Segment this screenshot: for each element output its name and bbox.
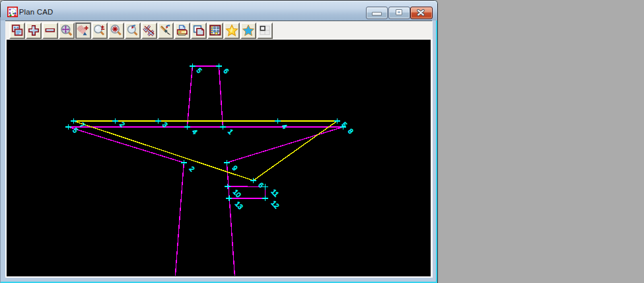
svg-text:13: 13 xyxy=(233,200,244,211)
svg-text:8: 8 xyxy=(346,128,354,136)
svg-text:5: 5 xyxy=(195,67,203,75)
svg-text:4: 4 xyxy=(190,128,198,136)
svg-text:12: 12 xyxy=(269,199,280,210)
svg-text:2: 2 xyxy=(188,165,196,173)
svg-text:11: 11 xyxy=(269,188,280,198)
svg-text:6: 6 xyxy=(257,181,265,189)
svg-text:6: 6 xyxy=(222,67,230,75)
svg-text:10: 10 xyxy=(231,188,242,199)
svg-text:3: 3 xyxy=(161,121,168,129)
svg-text:9: 9 xyxy=(231,164,238,172)
svg-text:1: 1 xyxy=(227,128,234,136)
